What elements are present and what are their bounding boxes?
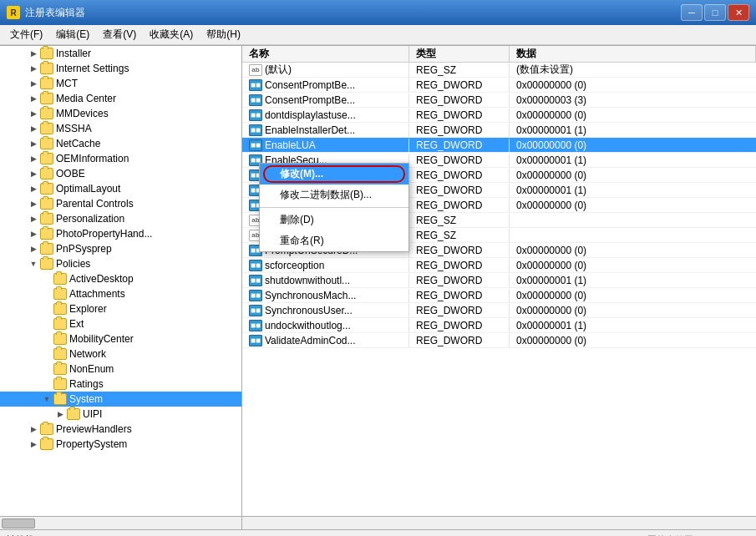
tree-item-photopropertyhand...[interactable]: ▶PhotoPropertyHand... xyxy=(0,226,241,241)
menu-file[interactable]: 文件(F) xyxy=(3,26,49,43)
registry-row[interactable]: ab(默认)REG_SZ(数值未设置) xyxy=(242,63,756,78)
tree-item-system[interactable]: ▼System xyxy=(0,392,241,407)
column-data[interactable]: 数据 xyxy=(510,46,756,62)
context-menu-item-modify[interactable]: 修改(M)... xyxy=(260,164,408,185)
registry-row[interactable]: ◼◼EnableInstallerDet...REG_DWORD0x000000… xyxy=(242,123,756,138)
tree-arrow-icon[interactable]: ▼ xyxy=(40,395,53,403)
menu-favorites[interactable]: 收藏夹(A) xyxy=(143,26,200,43)
tree-item-installer[interactable]: ▶Installer xyxy=(0,46,241,61)
minimize-button[interactable]: ─ xyxy=(681,4,703,21)
tree-item-pnpsysprep[interactable]: ▶PnPSysprep xyxy=(0,241,241,256)
tree-arrow-icon[interactable]: ▶ xyxy=(27,200,40,208)
tree-hscroll[interactable] xyxy=(0,517,242,529)
registry-row[interactable]: ◼◼shutdownwithoutl...REG_DWORD0x00000001… xyxy=(242,273,756,288)
tree-item-policies[interactable]: ▼Policies xyxy=(0,256,241,271)
registry-row[interactable]: ◼◼dontdisplaylastuse...REG_DWORD0x000000… xyxy=(242,108,756,123)
close-button[interactable]: ✕ xyxy=(728,4,749,21)
tree-arrow-icon[interactable]: ▶ xyxy=(27,440,40,448)
registry-body[interactable]: ab(默认)REG_SZ(数值未设置)◼◼ConsentPromptBe...R… xyxy=(242,63,756,516)
tree-item-label: OOBE xyxy=(56,168,85,180)
reg-name-label: EnableLUA xyxy=(265,139,316,151)
reg-type-cell: REG_DWORD xyxy=(409,199,510,212)
reg-name-label: undockwithoutlog... xyxy=(265,320,351,331)
tree-arrow-icon[interactable]: ▶ xyxy=(27,94,40,103)
reg-name-cell: ◼◼SynchronousMach... xyxy=(242,289,409,302)
registry-row[interactable]: ◼◼EnableLUAREG_DWORD0x00000000 (0) xyxy=(242,138,756,153)
reg-name-cell: ◼◼EnableLUA xyxy=(242,139,409,152)
tree-item-oobe[interactable]: ▶OOBE xyxy=(0,166,241,181)
registry-hscroll[interactable] xyxy=(242,517,756,529)
tree-item-attachments[interactable]: Attachments xyxy=(0,286,241,301)
folder-icon xyxy=(53,318,67,330)
registry-row[interactable]: ◼◼ValidateAdminCod...REG_DWORD0x00000000… xyxy=(242,333,756,348)
tree-arrow-icon[interactable]: ▶ xyxy=(27,124,40,133)
tree-item-mobilitycenter[interactable]: MobilityCenter xyxy=(0,331,241,346)
tree-arrow-icon[interactable]: ▶ xyxy=(27,64,40,73)
tree-item-label: ActiveDesktop xyxy=(69,273,134,285)
tree-item-parentalcontrols[interactable]: ▶Parental Controls xyxy=(0,196,241,211)
tree-arrow-icon[interactable]: ▶ xyxy=(27,425,40,433)
tree-arrow-icon[interactable]: ▶ xyxy=(27,230,40,238)
tree-item-optimallayout[interactable]: ▶OptimalLayout xyxy=(0,181,241,196)
tree-item-mct[interactable]: ▶MCT xyxy=(0,76,241,91)
tree-item-internetsettings[interactable]: ▶Internet Settings xyxy=(0,61,241,76)
menu-help[interactable]: 帮助(H) xyxy=(200,26,247,43)
tree-item-activedesktop[interactable]: ActiveDesktop xyxy=(0,271,241,286)
window-controls: ─ □ ✕ xyxy=(681,4,749,21)
tree-arrow-icon[interactable]: ▶ xyxy=(27,215,40,223)
registry-row[interactable]: ◼◼scforceoptionREG_DWORD0x00000000 (0) xyxy=(242,258,756,273)
reg-name-cell: ◼◼shutdownwithoutl... xyxy=(242,274,409,287)
tree-item-mssha[interactable]: ▶MSSHA xyxy=(0,121,241,136)
tree-arrow-icon[interactable]: ▶ xyxy=(27,169,40,178)
tree-arrow-icon[interactable]: ▶ xyxy=(27,154,40,163)
tree-item-mediacenter[interactable]: ▶Media Center xyxy=(0,91,241,106)
reg-type-cell: REG_DWORD xyxy=(409,94,510,107)
reg-data-cell: 0x00000000 (0) xyxy=(510,78,756,92)
tree-item-nonenum[interactable]: NonEnum xyxy=(0,362,241,377)
tree-item-label: Parental Controls xyxy=(56,198,134,210)
tree-arrow-icon[interactable]: ▶ xyxy=(27,245,40,253)
dword-icon: ◼◼ xyxy=(249,275,262,286)
reg-name-label: ConsentPromptBe... xyxy=(265,94,355,106)
registry-row[interactable]: ◼◼SynchronousUser...REG_DWORD0x00000000 … xyxy=(242,303,756,318)
tree-item-network[interactable]: Network xyxy=(0,346,241,362)
tree-item-netcache[interactable]: ▶NetCache xyxy=(0,136,241,151)
tree-scroll[interactable]: ▶Installer▶Internet Settings▶MCT▶Media C… xyxy=(0,46,241,516)
context-menu-separator xyxy=(260,207,408,208)
maximize-button[interactable]: □ xyxy=(704,4,726,21)
reg-data-cell: 0x00000000 (0) xyxy=(510,244,756,257)
tree-item-oeminformation[interactable]: ▶OEMInformation xyxy=(0,151,241,166)
tree-item-mmdevices[interactable]: ▶MMDevices xyxy=(0,106,241,121)
tree-hscroll-thumb[interactable] xyxy=(2,518,35,528)
reg-name-label: SynchronousUser... xyxy=(265,305,353,316)
column-name[interactable]: 名称 xyxy=(242,46,409,62)
context-menu-item-modify_binary[interactable]: 修改二进制数据(B)... xyxy=(260,185,408,205)
tree-arrow-icon[interactable]: ▶ xyxy=(27,49,40,58)
registry-row[interactable]: ◼◼ConsentPromptBe...REG_DWORD0x00000003 … xyxy=(242,93,756,108)
tree-item-ext[interactable]: Ext xyxy=(0,316,241,331)
tree-item-propertysystem[interactable]: ▶PropertySystem xyxy=(0,437,241,452)
tree-arrow-icon[interactable]: ▶ xyxy=(27,79,40,88)
folder-icon xyxy=(40,138,53,149)
tree-item-label: UIPI xyxy=(83,408,102,420)
column-type[interactable]: 类型 xyxy=(409,46,510,62)
context-menu-item-rename[interactable]: 重命名(R) xyxy=(260,230,408,251)
tree-arrow-icon[interactable]: ▶ xyxy=(27,139,40,148)
menu-view[interactable]: 查看(V) xyxy=(96,26,143,43)
registry-row[interactable]: ◼◼SynchronousMach...REG_DWORD0x00000000 … xyxy=(242,288,756,303)
tree-arrow-icon[interactable]: ▶ xyxy=(27,185,40,193)
tree-item-uipi[interactable]: ▶UIPI xyxy=(0,407,241,422)
tree-item-personalization[interactable]: ▶Personalization xyxy=(0,211,241,226)
tree-item-label: Ratings xyxy=(69,378,104,390)
tree-item-explorer[interactable]: Explorer xyxy=(0,301,241,316)
tree-item-ratings[interactable]: Ratings xyxy=(0,377,241,392)
tree-arrow-icon[interactable]: ▼ xyxy=(27,260,40,268)
menu-edit[interactable]: 编辑(E) xyxy=(49,26,96,43)
registry-row[interactable]: ◼◼ConsentPromptBe...REG_DWORD0x00000000 … xyxy=(242,78,756,93)
tree-item-label: MobilityCenter xyxy=(69,333,134,345)
tree-arrow-icon[interactable]: ▶ xyxy=(27,109,40,118)
tree-arrow-icon[interactable]: ▶ xyxy=(53,410,67,418)
context-menu-item-delete[interactable]: 删除(D) xyxy=(260,210,408,230)
tree-item-previewhandlers[interactable]: ▶PreviewHandlers xyxy=(0,422,241,437)
registry-row[interactable]: ◼◼undockwithoutlog...REG_DWORD0x00000001… xyxy=(242,318,756,333)
